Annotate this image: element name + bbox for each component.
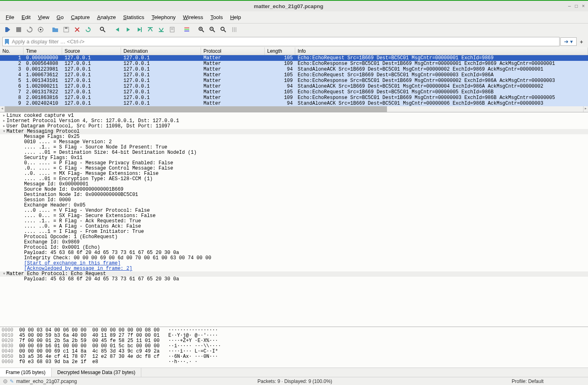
window-title: matter_echo_21g07.pcapng — [9, 3, 568, 9]
go-forward-icon[interactable] — [123, 24, 134, 35]
close-icon[interactable]: × — [582, 3, 585, 9]
find-icon[interactable] — [97, 24, 108, 35]
col-source[interactable]: Source — [62, 47, 121, 55]
detail-row[interactable]: Session Id: 0000 — [0, 198, 588, 203]
zoom-out-icon[interactable] — [207, 24, 218, 35]
svg-rect-4 — [65, 27, 67, 29]
menu-analyze[interactable]: Analyze — [94, 13, 119, 22]
display-filter-bar: ➔ ▾ + — [0, 36, 588, 47]
menu-file[interactable]: File — [2, 13, 17, 22]
expert-info-icon[interactable] — [3, 379, 7, 383]
display-filter-input[interactable] — [10, 38, 558, 45]
horizontal-scrollbar[interactable]: ◂ ▸ — [0, 106, 588, 112]
colorize-icon[interactable] — [182, 24, 192, 35]
start-capture-icon[interactable] — [2, 24, 13, 35]
bookmark-icon[interactable] — [4, 39, 10, 45]
svg-rect-13 — [184, 27, 189, 28]
svg-line-17 — [202, 30, 204, 32]
capture-file-properties-icon[interactable]: ✎ — [10, 379, 14, 384]
detail-row[interactable]: ▸User Datagram Protocol, Src Port: 11098… — [0, 124, 588, 129]
minimize-icon[interactable]: – — [568, 3, 571, 9]
svg-rect-14 — [184, 29, 189, 30]
svg-line-21 — [213, 30, 215, 32]
resize-columns-icon[interactable] — [229, 24, 240, 35]
menu-view[interactable]: View — [35, 13, 52, 22]
close-file-icon[interactable] — [72, 24, 82, 35]
packet-row[interactable]: 82.001863816127.0.0.1127.0.0.1Matter109E… — [0, 95, 588, 101]
reload-icon[interactable] — [83, 24, 93, 35]
svg-rect-0 — [16, 27, 21, 32]
status-packets: Packets: 9 · Displayed: 9 (100.0%) — [257, 379, 512, 384]
detail-row[interactable]: ▾Matter Messaging Protocol — [0, 129, 588, 134]
menu-telephony[interactable]: Telephony — [148, 13, 179, 22]
status-file: matter_echo_21g07.pcapng — [16, 379, 77, 384]
menu-wireless[interactable]: Wireless — [180, 13, 207, 22]
menubar: FileEditViewGoCaptureAnalyzeStatisticsTe… — [0, 11, 588, 24]
packet-details-pane[interactable]: ▸Linux cooked capture v1▸Internet Protoc… — [0, 112, 588, 327]
menu-tools[interactable]: Tools — [207, 13, 226, 22]
maximize-icon[interactable]: □ — [575, 3, 578, 9]
detail-row[interactable]: Protocol Opcode: 1 (EchoRequest) — [0, 234, 588, 240]
menu-go[interactable]: Go — [53, 13, 67, 22]
restart-capture-icon[interactable] — [24, 24, 35, 35]
titlebar: matter_echo_21g07.pcapng – □ × — [0, 0, 588, 11]
status-profile[interactable]: Profile: Default — [512, 379, 585, 384]
menu-capture[interactable]: Capture — [68, 13, 93, 22]
packet-list-header[interactable]: No. Time Source Destination Protocol Len… — [0, 47, 588, 55]
packet-row[interactable]: 41.000673612127.0.0.1127.0.0.1Matter105E… — [0, 72, 588, 78]
packet-row[interactable]: 30.001223981127.0.0.1127.0.0.1Matter94St… — [0, 67, 588, 72]
main-toolbar — [0, 24, 588, 36]
display-filter-wrap[interactable] — [2, 37, 560, 46]
menu-help[interactable]: Help — [227, 13, 244, 22]
zoom-in-icon[interactable] — [196, 24, 207, 35]
zoom-reset-icon[interactable] — [218, 24, 229, 35]
menu-edit[interactable]: Edit — [18, 13, 34, 22]
packet-bytes-pane[interactable]: 0000 00 00 03 04 00 06 00 00 00 00 00 00… — [0, 327, 588, 368]
bytes-tabs: Frame (105 bytes) Decrypted Message Data… — [0, 368, 588, 377]
col-time[interactable]: Time — [24, 47, 62, 55]
packet-row[interactable]: 20.000564808127.0.0.1127.0.0.1Matter109E… — [0, 61, 588, 67]
apply-filter-button[interactable]: ➔ ▾ — [560, 37, 577, 46]
svg-line-6 — [103, 30, 105, 32]
col-destination[interactable]: Destination — [121, 47, 201, 55]
add-filter-button[interactable]: + — [577, 38, 586, 46]
svg-line-24 — [224, 30, 226, 32]
menu-statistics[interactable]: Statistics — [120, 13, 147, 22]
svg-rect-15 — [184, 30, 189, 32]
open-file-icon[interactable] — [50, 24, 61, 35]
tab-decrypted[interactable]: Decrypted Message Data (37 bytes) — [52, 368, 141, 377]
svg-point-5 — [100, 27, 104, 30]
svg-point-2 — [40, 29, 41, 30]
packet-rows[interactable]: 10.000000000127.0.0.1127.0.0.1Matter105E… — [0, 55, 588, 106]
packet-list-pane: No. Time Source Destination Protocol Len… — [0, 47, 588, 112]
col-no[interactable]: No. — [0, 47, 24, 55]
capture-options-icon[interactable] — [35, 24, 46, 35]
go-to-packet-icon[interactable] — [134, 24, 145, 35]
packet-row[interactable]: 72.001317822127.0.0.1127.0.0.1Matter105E… — [0, 89, 588, 95]
statusbar: ✎ matter_echo_21g07.pcapng Packets: 9 · … — [0, 377, 588, 385]
svg-point-23 — [221, 27, 224, 30]
col-protocol[interactable]: Protocol — [201, 47, 265, 55]
go-back-icon[interactable] — [112, 24, 123, 35]
col-info[interactable]: Info — [295, 47, 588, 55]
hex-row[interactable]: 0060 f0 e3 68 03 9d ba 2e 1f e8 ··h···.·… — [2, 359, 586, 365]
tab-frame[interactable]: Frame (105 bytes) — [0, 368, 52, 377]
detail-row[interactable]: Payload: 45 63 68 6f 20 4d 65 73 73 61 6… — [0, 277, 588, 282]
packet-row[interactable]: 61.002000211127.0.0.1127.0.0.1Matter94St… — [0, 84, 588, 89]
detail-row[interactable]: .... ..01 = Destination Size: 64-bit Des… — [0, 150, 588, 155]
detail-row[interactable]: Destination Node Id: 0x0000000000BC5C01 — [0, 192, 588, 198]
window-controls: – □ × — [568, 3, 585, 9]
packet-row[interactable]: 51.001343101127.0.0.1127.0.0.1Matter109E… — [0, 78, 588, 84]
packet-row[interactable]: 10.000000000127.0.0.1127.0.0.1Matter105E… — [0, 55, 588, 61]
col-length[interactable]: Length — [265, 47, 295, 55]
stop-capture-icon[interactable] — [13, 24, 24, 35]
go-last-icon[interactable] — [156, 24, 166, 35]
packet-row[interactable]: 92.002402410127.0.0.1127.0.0.1Matter94St… — [0, 101, 588, 106]
auto-scroll-icon[interactable] — [167, 24, 177, 35]
save-file-icon[interactable] — [61, 24, 71, 35]
go-first-icon[interactable] — [145, 24, 156, 35]
